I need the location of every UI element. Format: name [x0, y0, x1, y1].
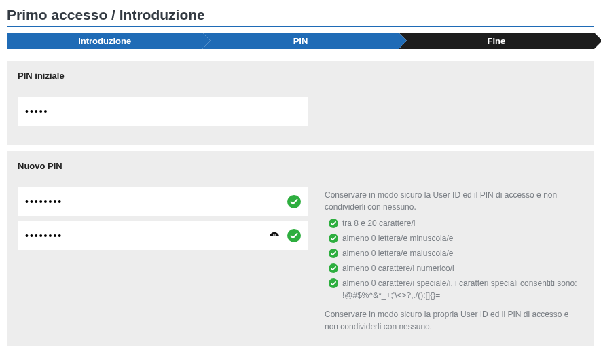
check-icon: [329, 263, 338, 273]
rule-text: tra 8 e 20 carattere/i: [342, 217, 583, 230]
rule-item: tra 8 e 20 carattere/i: [329, 217, 583, 230]
pin-rules-list: tra 8 e 20 carattere/i almeno 0 lettera/…: [329, 217, 583, 302]
page-title: Primo accesso / Introduzione: [7, 7, 594, 23]
check-icon: [287, 229, 301, 242]
rule-item: almeno 0 lettera/e maiuscola/e: [329, 247, 583, 259]
step-fine: Fine: [399, 33, 594, 49]
initial-pin-input[interactable]: [25, 106, 301, 117]
check-icon: [329, 278, 338, 288]
confirm-pin-input[interactable]: [25, 230, 301, 241]
step-label: Introduzione: [7, 33, 202, 49]
step-label: PIN: [202, 33, 398, 49]
check-icon: [329, 234, 338, 243]
initial-pin-label: PIN iniziale: [18, 71, 583, 81]
step-label: Fine: [399, 33, 594, 49]
svg-point-0: [287, 195, 301, 208]
rule-text: almeno 0 carattere/i speciale/i, i carat…: [342, 277, 583, 302]
new-pin-panel: Nuovo PIN: [7, 151, 594, 346]
rule-text: almeno 0 lettera/e maiuscola/e: [342, 247, 583, 259]
check-icon: [287, 195, 301, 208]
initial-pin-panel: PIN iniziale: [7, 61, 594, 145]
new-pin-input-wrapper: [18, 187, 308, 216]
eye-icon[interactable]: [268, 230, 280, 242]
step-introduzione: Introduzione: [7, 33, 202, 49]
rule-text: almeno 0 lettera/e minuscola/e: [342, 232, 583, 244]
rules-intro-text: Conservare in modo sicuro la User ID ed …: [325, 189, 583, 213]
rule-item: almeno 0 carattere/i speciale/i, i carat…: [329, 277, 583, 302]
new-pin-input[interactable]: [25, 196, 301, 207]
confirm-pin-input-wrapper: [18, 221, 308, 250]
rule-item: almeno 0 lettera/e minuscola/e: [329, 232, 583, 244]
svg-point-2: [274, 234, 275, 236]
svg-point-3: [287, 229, 301, 242]
step-pin: PIN: [202, 33, 398, 49]
rules-note-text: Conservare in modo sicuro la propria Use…: [325, 308, 583, 333]
rule-item: almeno 0 carattere/i numerico/i: [329, 262, 583, 274]
check-icon: [329, 219, 338, 228]
rule-text: almeno 0 carattere/i numerico/i: [342, 262, 583, 274]
title-rule: [7, 26, 594, 27]
new-pin-label: Nuovo PIN: [18, 161, 583, 171]
pin-rules-panel: Conservare in modo sicuro la User ID ed …: [325, 187, 583, 333]
initial-pin-input-wrapper: [18, 97, 308, 126]
check-icon: [329, 249, 338, 258]
stepper: Introduzione PIN Fine: [7, 33, 594, 49]
footer-buttons: Successivo Annulla: [7, 353, 594, 364]
